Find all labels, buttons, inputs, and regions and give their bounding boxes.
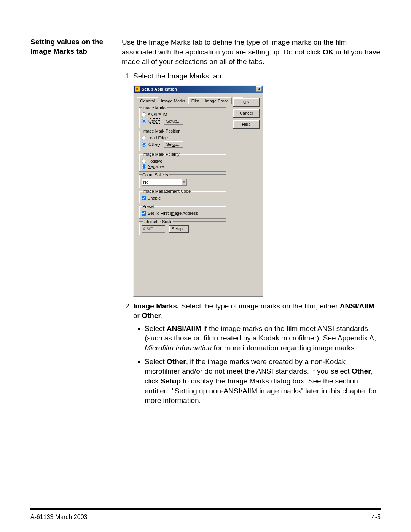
label-lead-edge: Lead Edge	[148, 136, 168, 140]
section-heading: Setting values on the Image Marks tab	[30, 37, 122, 56]
label-first-image-address: Set To First Image Address	[148, 211, 198, 216]
label-ansi-aiim: ANSI/AIIM	[148, 112, 167, 117]
b1e: for more information regarding image mar…	[212, 344, 356, 352]
tab-film[interactable]: Film	[188, 97, 202, 104]
legend-preset: Preset	[142, 204, 155, 209]
help-button[interactable]: HelpHelp	[233, 120, 260, 129]
tab-panel: Image Marks ANSI/AIIM Other Setup...	[137, 104, 228, 292]
tab-image-proce[interactable]: Image Proce	[202, 97, 232, 104]
checkbox-first-image-address[interactable]	[142, 211, 146, 216]
label-enable: Enable	[148, 196, 161, 200]
group-image-marks: Image Marks ANSI/AIIM Other Setup...	[139, 105, 226, 128]
tab-general[interactable]: General	[137, 97, 158, 104]
ok-button[interactable]: OOKK	[233, 98, 260, 107]
step-2-bold: Image Marks.	[133, 302, 179, 310]
count-splices-value: No	[143, 180, 148, 184]
b1d: Microfilm Information	[145, 344, 212, 352]
radio-positive[interactable]	[142, 159, 146, 163]
footer-rule	[30, 508, 381, 510]
intro-a: Use the Image Marks tab to define the ty…	[122, 38, 347, 56]
step-2-f: .	[161, 312, 163, 320]
legend-odometer: Odometer Scale	[142, 219, 173, 224]
b1a: Select	[145, 324, 167, 332]
radio-other[interactable]	[142, 119, 146, 123]
setup-image-marks-button[interactable]: Setup...	[164, 118, 183, 125]
tab-strip: General Image Marks Film Image Proce ◂ ▸	[137, 96, 244, 104]
group-odometer: Odometer Scale 4.80" Setup...	[139, 219, 226, 235]
b2b: Other	[167, 358, 186, 366]
radio-position-other[interactable]	[142, 142, 146, 147]
legend-position: Image Mark Position	[142, 129, 181, 133]
b2f: Setup	[161, 377, 181, 385]
group-position: Image Mark Position Lead Edge Other Setu…	[139, 129, 226, 151]
bullet-other: Select Other, if the image marks were cr…	[145, 357, 381, 406]
checkbox-enable[interactable]	[142, 196, 146, 200]
kodak-icon: K	[135, 86, 140, 92]
cancel-button[interactable]: Cancel	[233, 109, 260, 118]
group-count-splices: Count Splices No ▼	[139, 173, 226, 188]
footer-right: 4-5	[372, 514, 381, 521]
setup-application-dialog: K Setup Application × General Image Mark…	[133, 85, 263, 297]
footer-left: A-61133 March 2003	[30, 514, 87, 521]
close-icon[interactable]: ×	[256, 86, 262, 92]
label-other: Other	[148, 118, 160, 124]
legend-management-code: Image Management Code	[142, 189, 191, 193]
count-splices-select[interactable]: No ▼	[142, 179, 187, 186]
setup-odometer-button[interactable]: Setup...	[169, 225, 189, 233]
group-preset: Preset Set To First Image Address	[139, 204, 226, 219]
radio-negative[interactable]	[142, 164, 146, 169]
legend-image-marks: Image Marks	[142, 105, 167, 110]
step-2-d: or	[133, 312, 142, 320]
step-1: Select the Image Marks tab.	[133, 71, 381, 81]
label-position-other: Other	[148, 142, 160, 147]
legend-count-splices: Count Splices	[142, 173, 169, 177]
b2d: Other	[352, 367, 371, 375]
intro-ok: OK	[323, 48, 334, 56]
odometer-value-field: 4.80"	[142, 225, 165, 233]
b1b: ANSI/AIIM	[167, 324, 201, 332]
radio-lead-edge[interactable]	[142, 136, 146, 140]
step-2-b: Select the type of image marks on the fi…	[179, 302, 339, 310]
legend-polarity: Image Mark Polarity	[142, 152, 180, 157]
setup-position-button[interactable]: Setup...	[164, 141, 183, 148]
group-polarity: Image Mark Polarity Positive Negative	[139, 152, 226, 172]
dialog-title: Setup Application	[142, 87, 177, 91]
step-2-ansi: ANSI/AIIM	[340, 302, 374, 310]
intro-paragraph: Use the Image Marks tab to define the ty…	[122, 37, 381, 67]
chevron-down-icon: ▼	[181, 179, 187, 185]
radio-ansi-aiim[interactable]	[142, 112, 146, 117]
titlebar: K Setup Application ×	[134, 86, 263, 93]
step-2: Image Marks. Select the type of image ma…	[133, 301, 381, 406]
b2a: Select	[145, 358, 167, 366]
step-2-other: Other	[142, 312, 161, 320]
group-management-code: Image Management Code Enable	[139, 189, 226, 203]
tab-image-marks[interactable]: Image Marks	[158, 97, 188, 104]
label-positive: Positive	[148, 159, 162, 163]
bullet-ansi: Select ANSI/AIIM if the image marks on t…	[145, 324, 381, 353]
label-negative: Negative	[148, 164, 164, 169]
